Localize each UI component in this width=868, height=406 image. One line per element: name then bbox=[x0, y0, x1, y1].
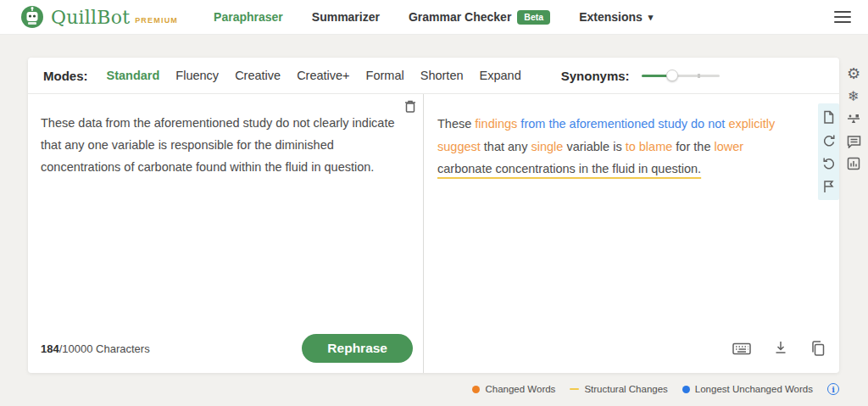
output-segment[interactable]: from the aforementioned study do not bbox=[520, 117, 728, 131]
legend-label: Changed Words bbox=[485, 384, 555, 394]
flag-icon[interactable] bbox=[822, 180, 835, 193]
main-nav: Paraphraser Summarizer Grammar Checker B… bbox=[214, 10, 653, 25]
mode-shorten[interactable]: Shorten bbox=[420, 69, 464, 82]
keyboard-icon[interactable] bbox=[732, 342, 751, 355]
mode-expand[interactable]: Expand bbox=[480, 69, 521, 82]
quillbot-logo[interactable]: QuillBot PREMIUM bbox=[20, 5, 178, 29]
nav-grammar-checker-label: Grammar Checker bbox=[409, 10, 511, 24]
slider-tick bbox=[698, 74, 700, 78]
compare-icon[interactable] bbox=[846, 112, 861, 126]
output-text[interactable]: These findings from the aforementioned s… bbox=[424, 94, 839, 181]
output-segment[interactable]: lower bbox=[714, 140, 743, 153]
output-footer bbox=[732, 324, 839, 373]
nav-extensions-label: Extensions bbox=[579, 10, 643, 24]
legend-label: Structural Changes bbox=[584, 384, 667, 394]
nav-grammar-checker[interactable]: Grammar Checker Beta bbox=[409, 10, 550, 25]
char-count-limit: /10000 Characters bbox=[59, 342, 150, 355]
synonyms-label: Synonyms: bbox=[561, 69, 630, 83]
top-navbar: QuillBot PREMIUM Paraphraser Summarizer … bbox=[0, 0, 868, 35]
download-icon[interactable] bbox=[774, 341, 787, 356]
output-segment[interactable]: These bbox=[437, 117, 475, 131]
output-toolbar bbox=[818, 103, 839, 200]
legend-label: Longest Unchanged Words bbox=[695, 384, 813, 394]
output-panel: These findings from the aforementioned s… bbox=[424, 94, 839, 373]
legend: Changed Words Structural Changes Longest… bbox=[472, 383, 839, 395]
statistics-icon[interactable] bbox=[847, 157, 860, 170]
nav-paraphraser[interactable]: Paraphraser bbox=[214, 10, 283, 24]
gear-icon[interactable]: ⚙ bbox=[847, 66, 860, 81]
mode-fluency[interactable]: Fluency bbox=[175, 69, 219, 82]
nav-extensions[interactable]: Extensions ▾ bbox=[579, 10, 653, 24]
feedback-icon[interactable] bbox=[847, 135, 861, 148]
freeze-words-icon[interactable]: ❄ bbox=[848, 90, 859, 103]
rephrase-button[interactable]: Rephrase bbox=[302, 334, 413, 363]
modes-label: Modes: bbox=[43, 69, 88, 83]
output-segment[interactable]: findings bbox=[475, 117, 520, 131]
mode-creative[interactable]: Creative bbox=[235, 69, 281, 82]
mode-creative-plus[interactable]: Creative+ bbox=[297, 69, 349, 82]
output-segment[interactable]: to blame bbox=[626, 140, 676, 153]
premium-badge: PREMIUM bbox=[135, 16, 178, 25]
output-segment[interactable]: carbonate concentrations in the fluid in… bbox=[437, 162, 701, 175]
char-count-value: 184 bbox=[41, 342, 59, 355]
undo-icon[interactable] bbox=[822, 157, 836, 170]
brand-name: QuillBot bbox=[51, 7, 130, 28]
input-footer: 184/10000 Characters Rephrase bbox=[28, 324, 423, 373]
legend-longest-unchanged: Longest Unchanged Words bbox=[682, 384, 813, 394]
redo-icon[interactable] bbox=[822, 134, 836, 147]
output-segment[interactable]: that any bbox=[484, 140, 531, 153]
synonyms-slider[interactable] bbox=[642, 70, 720, 81]
editor-panels: These data from the aforementioned study… bbox=[28, 94, 839, 373]
trash-icon[interactable] bbox=[403, 99, 417, 117]
paraphraser-card: Modes: Standard Fluency Creative Creativ… bbox=[28, 58, 839, 373]
output-segment[interactable]: single bbox=[531, 140, 566, 153]
input-textarea[interactable]: These data from the aforementioned study… bbox=[28, 94, 423, 178]
nav-summarizer[interactable]: Summarizer bbox=[312, 10, 380, 24]
mode-formal[interactable]: Formal bbox=[366, 69, 404, 82]
info-icon[interactable]: i bbox=[827, 383, 839, 395]
mode-standard[interactable]: Standard bbox=[107, 69, 160, 82]
beta-badge: Beta bbox=[517, 10, 550, 25]
yellow-dash-icon bbox=[570, 388, 579, 391]
slider-handle[interactable] bbox=[666, 70, 678, 81]
legend-structural-changes: Structural Changes bbox=[570, 384, 667, 394]
hamburger-icon[interactable] bbox=[834, 11, 851, 26]
chevron-down-icon: ▾ bbox=[648, 12, 654, 23]
output-segment[interactable]: variable is bbox=[566, 140, 625, 153]
new-document-icon[interactable] bbox=[822, 110, 835, 125]
blue-dot-icon bbox=[682, 386, 690, 393]
legend-changed-words: Changed Words bbox=[472, 384, 555, 394]
modes-bar: Modes: Standard Fluency Creative Creativ… bbox=[28, 58, 839, 94]
copy-icon[interactable] bbox=[810, 341, 826, 357]
orange-dot-icon bbox=[472, 386, 480, 393]
char-counter: 184/10000 Characters bbox=[41, 342, 150, 355]
quillbot-robot-icon bbox=[20, 5, 44, 29]
side-toolbar: ⚙ ❄ bbox=[843, 66, 865, 170]
input-panel: These data from the aforementioned study… bbox=[28, 94, 424, 373]
output-segment[interactable]: for the bbox=[676, 140, 714, 153]
